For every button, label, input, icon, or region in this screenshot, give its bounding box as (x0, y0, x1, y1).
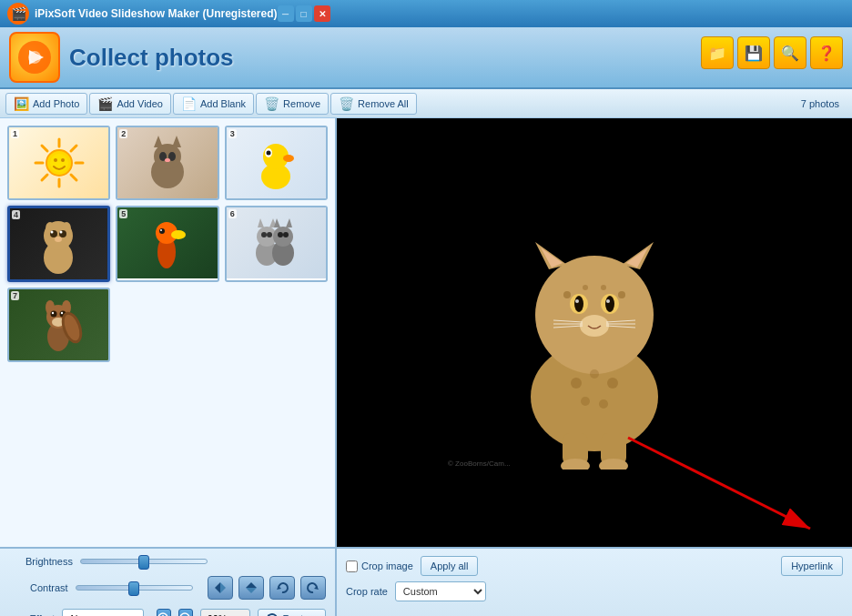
zoom-out-button[interactable] (178, 609, 193, 616)
thumbnail-item-3[interactable]: 3 (225, 126, 328, 200)
hyperlink-button[interactable]: Hyperlink (781, 556, 843, 576)
thumb-number-5: 5 (119, 209, 127, 218)
svg-point-35 (60, 231, 63, 234)
controls-bottom: Brightness Contrast (0, 547, 852, 616)
add-blank-icon: 📄 (181, 96, 197, 111)
crop-row-1: Crop image Apply all Hyperlink (346, 556, 843, 576)
zoom-in-button[interactable] (157, 609, 171, 616)
svg-point-85 (563, 291, 571, 298)
window-title: iPixSoft Video Slideshow Maker (Unregist… (35, 7, 278, 20)
svg-point-96 (581, 397, 590, 406)
app-logo: 🎬 (7, 3, 29, 25)
crop-rate-select[interactable]: Custom 4:3 16:9 1:1 3:2 (395, 581, 486, 601)
svg-marker-103 (246, 588, 257, 593)
svg-line-9 (71, 175, 76, 180)
rotate-right-button[interactable] (300, 576, 326, 600)
svg-marker-43 (258, 218, 264, 227)
flip-vertical-button[interactable] (238, 576, 264, 600)
thumbnail-item-5[interactable]: 5 (116, 206, 218, 282)
svg-point-86 (583, 285, 588, 290)
svg-point-51 (278, 232, 283, 237)
apply-all-label: Apply all (431, 560, 469, 571)
svg-point-26 (267, 151, 271, 156)
thumb-image-2 (117, 127, 217, 198)
apply-all-button[interactable]: Apply all (421, 556, 479, 576)
contrast-thumb[interactable] (128, 581, 139, 596)
remove-all-button[interactable]: 🗑️ Remove All (330, 93, 417, 115)
svg-point-46 (273, 227, 293, 247)
preview-area: © ZooBorns/Cam... (337, 118, 852, 547)
contrast-label: Contrast (9, 582, 68, 593)
brightness-slider[interactable] (80, 559, 208, 564)
thumbnail-item-1[interactable]: 1 (7, 126, 110, 200)
effect-row: Effect None Grayscale Sepia Blur Sharpen… (9, 609, 326, 616)
remove-all-icon: 🗑️ (339, 96, 354, 111)
svg-marker-18 (172, 136, 181, 147)
zoom-select[interactable]: 25% 50% 66% 75% 100% (200, 609, 250, 616)
thumb-number-4: 4 (12, 210, 20, 219)
crop-image-checkbox[interactable] (346, 560, 358, 572)
open-folder-button[interactable]: 📁 (701, 36, 734, 69)
thumb-image-7 (9, 289, 108, 360)
add-video-button[interactable]: 🎬 Add Video (89, 93, 171, 115)
thumbnail-item-2[interactable]: 2 (116, 126, 218, 200)
thumbnail-panel: 1 (0, 118, 337, 547)
svg-point-93 (571, 378, 582, 389)
contrast-row: Contrast (9, 576, 326, 600)
thumbnail-grid: 1 (7, 126, 328, 362)
svg-point-73 (574, 296, 583, 312)
header: Collect photos 📁 💾 🔍 ❓ (0, 27, 852, 89)
add-video-icon: 🎬 (97, 96, 113, 111)
add-blank-label: Add Blank (200, 98, 246, 109)
svg-marker-48 (286, 218, 292, 227)
maximize-button[interactable]: □ (296, 5, 312, 22)
direction-buttons (208, 576, 326, 600)
add-photo-label: Add Photo (33, 98, 79, 109)
svg-point-16 (154, 144, 181, 169)
svg-line-10 (71, 146, 76, 151)
effect-select[interactable]: None Grayscale Sepia Blur Sharpen (62, 609, 143, 616)
close-button[interactable]: ✕ (314, 5, 330, 22)
flip-horizontal-button[interactable] (208, 576, 233, 600)
save-button[interactable]: 💾 (737, 36, 770, 69)
add-blank-button[interactable]: 📄 Add Blank (173, 93, 254, 115)
crop-image-checkbox-label[interactable]: Crop image (346, 560, 413, 572)
controls-right: Crop image Apply all Hyperlink Crop rate… (337, 549, 852, 616)
svg-point-94 (590, 369, 599, 379)
title-controls: ─ □ ✕ (278, 5, 330, 22)
header-icons: 📁 💾 🔍 ❓ (701, 36, 843, 69)
crop-row-2: Crop rate Custom 4:3 16:9 1:1 3:2 (346, 581, 843, 601)
thumb-image-4 (10, 208, 107, 279)
svg-point-61 (61, 312, 63, 314)
help-button[interactable]: ❓ (810, 36, 843, 69)
svg-point-40 (160, 229, 162, 231)
title-bar: 🎬 iPixSoft Video Slideshow Maker (Unregi… (0, 0, 852, 27)
svg-point-34 (51, 231, 54, 234)
thumb-number-3: 3 (228, 129, 237, 138)
svg-point-75 (575, 299, 579, 303)
restore-button[interactable]: Restore (258, 609, 326, 616)
thumb-number-7: 7 (11, 291, 19, 300)
remove-label: Remove (283, 98, 320, 109)
add-photo-button[interactable]: 🖼️ Add Photo (5, 93, 87, 115)
svg-point-24 (283, 155, 294, 162)
rotate-left-button[interactable] (269, 576, 295, 600)
contrast-slider[interactable] (76, 585, 193, 591)
thumbnail-item-4[interactable]: 4 (7, 206, 110, 282)
minimize-button[interactable]: ─ (278, 5, 294, 22)
remove-button[interactable]: 🗑️ Remove (256, 93, 329, 115)
help-search-button[interactable]: 🔍 (774, 36, 806, 69)
svg-point-38 (171, 230, 186, 239)
thumb-number-1: 1 (11, 129, 19, 138)
svg-line-8 (42, 146, 47, 151)
toolbar: 🖼️ Add Photo 🎬 Add Video 📄 Add Blank 🗑️ … (0, 89, 852, 118)
svg-point-52 (283, 232, 289, 237)
page-title: Collect photos (69, 44, 234, 72)
svg-marker-17 (154, 136, 163, 147)
svg-point-88 (618, 291, 625, 298)
thumbnail-item-7[interactable]: 7 (7, 288, 110, 362)
brightness-thumb[interactable] (138, 555, 149, 570)
thumbnail-item-6[interactable]: 6 (225, 206, 328, 282)
svg-marker-102 (246, 582, 257, 588)
svg-marker-105 (314, 586, 319, 590)
